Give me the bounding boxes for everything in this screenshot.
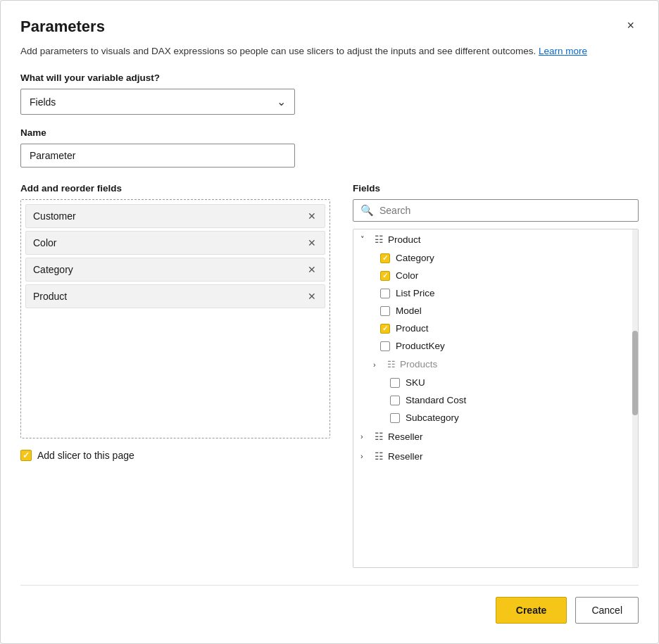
learn-more-link[interactable]: Learn more [539, 46, 587, 56]
list-item[interactable]: Customer ✕ [25, 204, 325, 228]
add-slicer-checkbox[interactable]: ✓ [20, 450, 32, 461]
tree-item-label: Standard Cost [406, 395, 466, 405]
scrollbar-track [632, 229, 638, 567]
group-name: Product [388, 234, 421, 245]
name-input[interactable] [20, 144, 295, 168]
table-icon: ☷ [375, 431, 384, 442]
group-name: Reseller [388, 451, 423, 462]
tree-item-label: Color [396, 270, 418, 281]
tree-item[interactable]: List Price [353, 284, 638, 302]
scrollbar-thumb[interactable] [632, 331, 638, 415]
hierarchy-icon: ☷ [387, 359, 396, 370]
two-columns: Add and reorder fields Customer ✕ Color … [20, 183, 639, 568]
left-column: Add and reorder fields Customer ✕ Color … [20, 183, 330, 568]
fields-tree: ˅ ☷ Product ✓Category✓ColorList PriceMod… [353, 229, 639, 568]
remove-field-button[interactable]: ✕ [306, 238, 318, 248]
list-item[interactable]: Color ✕ [25, 231, 325, 255]
tree-item-label: SKU [406, 377, 425, 388]
fields-list-label: Add and reorder fields [20, 183, 330, 194]
remove-field-button[interactable]: ✕ [306, 291, 318, 301]
tree-group-header[interactable]: › ☷ Reseller [353, 446, 638, 466]
variable-label: What will your variable adjust? [20, 72, 639, 83]
fields-panel-title: Fields [353, 183, 639, 194]
checkmark-icon: ✓ [23, 450, 30, 460]
list-item[interactable]: Product ✕ [25, 284, 325, 308]
tree-item-label: Model [396, 305, 422, 316]
tree-item[interactable]: ProductKey [353, 337, 638, 355]
close-button[interactable]: × [622, 18, 639, 33]
tree-toggle-icon: › [360, 452, 370, 460]
variable-section: What will your variable adjust? Fields ⌄ [20, 72, 639, 115]
name-section: Name [20, 127, 639, 168]
tree-item[interactable]: ✓Category [353, 249, 638, 267]
dropdown-value: Fields [30, 96, 56, 108]
field-item-label: Category [33, 264, 73, 275]
add-slicer-row: ✓ Add slicer to this page [20, 450, 330, 461]
remove-field-button[interactable]: ✕ [306, 211, 318, 221]
search-icon: 🔍 [360, 204, 374, 217]
checkbox-unchecked-icon [390, 396, 400, 405]
name-label: Name [20, 127, 639, 138]
field-item-label: Product [33, 291, 67, 302]
dialog-footer: Create Cancel [20, 585, 639, 624]
checkbox-unchecked-icon [380, 341, 390, 351]
list-item[interactable]: Category ✕ [25, 258, 325, 282]
checkbox-unchecked-icon [390, 413, 400, 423]
tree-item[interactable]: Model [353, 302, 638, 320]
tree-group-header[interactable]: › ☷ Reseller [353, 427, 638, 446]
checkbox-checked-icon: ✓ [380, 253, 390, 263]
checkbox-unchecked-icon [380, 306, 390, 316]
fields-list-container: Customer ✕ Color ✕ Category ✕ Product ✕ [20, 199, 330, 438]
tree-item-label: ProductKey [396, 341, 445, 351]
checkbox-checked-icon: ✓ [380, 271, 390, 281]
tree-item-label: List Price [396, 288, 435, 298]
subgroup-name: Products [400, 359, 437, 370]
table-icon: ☷ [375, 234, 384, 245]
tree-toggle-icon: › [373, 360, 383, 369]
add-slicer-label: Add slicer to this page [37, 450, 134, 461]
parameters-dialog: Parameters × Add parameters to visuals a… [0, 0, 659, 644]
checkbox-checked-icon: ✓ [380, 324, 390, 334]
field-item-label: Color [33, 237, 56, 248]
tree-group-header[interactable]: ˅ ☷ Product [353, 229, 638, 249]
variable-dropdown[interactable]: Fields ⌄ [20, 89, 295, 115]
field-item-label: Customer [33, 210, 76, 222]
search-input[interactable] [379, 205, 631, 216]
checkbox-unchecked-icon [390, 378, 400, 388]
right-column: Fields 🔍 ˅ ☷ Product ✓Category✓ColorList… [353, 183, 639, 568]
dialog-description: Add parameters to visuals and DAX expres… [20, 44, 598, 58]
checkbox-unchecked-icon [380, 289, 390, 298]
dialog-title: Parameters [20, 18, 105, 36]
tree-item-label: Subcategory [406, 412, 459, 423]
tree-item-label: Product [396, 323, 429, 334]
cancel-button[interactable]: Cancel [575, 597, 639, 624]
subgroup-header[interactable]: › ☷ Products [353, 355, 638, 374]
dialog-header: Parameters × [20, 18, 639, 36]
tree-item[interactable]: SKU [353, 374, 638, 391]
tree-item[interactable]: Subcategory [353, 409, 638, 427]
tree-item[interactable]: ✓Product [353, 320, 638, 337]
search-box[interactable]: 🔍 [353, 199, 639, 222]
chevron-down-icon: ⌄ [277, 95, 286, 108]
tree-item[interactable]: Standard Cost [353, 391, 638, 409]
tree-toggle-icon: › [360, 432, 370, 441]
table-icon: ☷ [375, 450, 384, 462]
tree-item-label: Category [396, 253, 434, 263]
tree-item[interactable]: ✓Color [353, 267, 638, 284]
tree-toggle-icon: ˅ [360, 235, 370, 244]
group-name: Reseller [388, 431, 423, 442]
remove-field-button[interactable]: ✕ [306, 265, 318, 274]
create-button[interactable]: Create [496, 597, 567, 624]
